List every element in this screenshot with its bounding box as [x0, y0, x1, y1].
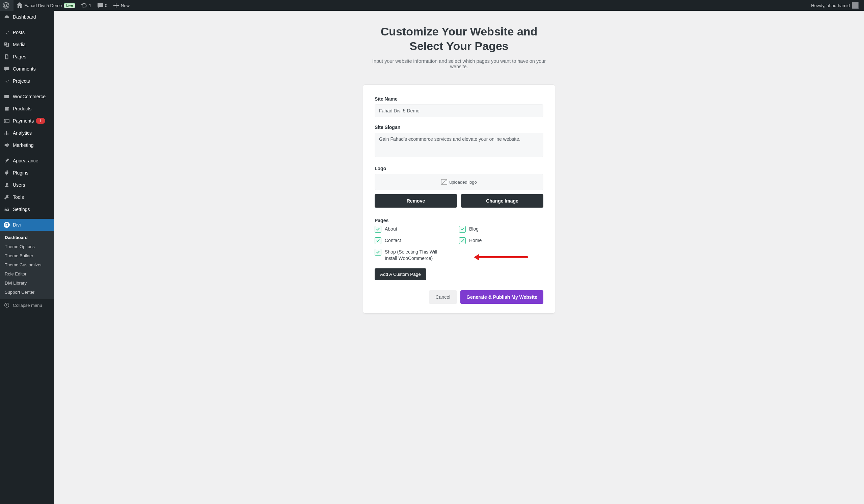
page-checkbox[interactable]: Shop (Selecting This Will Install WooCom… [375, 249, 459, 262]
sidebar-item-label: Settings [13, 207, 30, 212]
howdy-prefix: Howdy, [811, 3, 825, 8]
sidebar-item-label: Comments [13, 66, 36, 72]
card-icon [3, 118, 10, 124]
pin-icon [3, 77, 10, 84]
page-checkbox[interactable]: Contact [375, 237, 459, 244]
page-checkbox-label: Contact [385, 237, 401, 244]
sidebar-item-label: Divi [13, 222, 21, 228]
adminbar-new[interactable]: New [110, 0, 132, 11]
generate-publish-button[interactable]: Generate & Publish My Website [460, 290, 543, 304]
brush-icon [3, 157, 10, 164]
sliders-icon [3, 206, 10, 213]
sidebar-subitem[interactable]: Theme Options [0, 242, 54, 251]
sidebar-item-users[interactable]: Users [0, 179, 54, 191]
live-badge: Live [64, 3, 75, 8]
logo-alt-text: uploaded logo [449, 180, 477, 185]
box-icon [3, 105, 10, 112]
cancel-button[interactable]: Cancel [429, 290, 457, 304]
sidebar-item-label: Plugins [13, 170, 28, 176]
plug-icon [3, 169, 10, 176]
sidebar-item-comments[interactable]: Comments [0, 63, 54, 75]
broken-image-icon: uploaded logo [441, 179, 477, 185]
adminbar-updates[interactable]: 1 [78, 0, 94, 11]
sidebar-item-projects[interactable]: Projects [0, 75, 54, 87]
adminbar-wp-logo[interactable] [0, 0, 13, 11]
user-icon [3, 182, 10, 188]
add-custom-page-button[interactable]: Add A Custom Page [375, 268, 426, 280]
sidebar-item-label: Products [13, 106, 32, 111]
remove-logo-button[interactable]: Remove [375, 194, 457, 208]
refresh-icon [81, 2, 87, 9]
sidebar-item-label: Tools [13, 194, 24, 200]
sidebar-item-label: Media [13, 42, 26, 47]
sidebar-item-divi[interactable]: DDivi [0, 219, 54, 231]
adminbar-site-name-label: Fahad Divi 5 Demo [24, 3, 62, 8]
page-checkbox-label: About [385, 226, 397, 232]
page-checkbox-label: Home [469, 237, 482, 244]
sidebar-item-tools[interactable]: Tools [0, 191, 54, 203]
sidebar-subitem[interactable]: Theme Customizer [0, 260, 54, 269]
adminbar-updates-count: 1 [89, 3, 91, 8]
site-name-label: Site Name [375, 96, 543, 101]
sidebar-item-marketing[interactable]: Marketing [0, 139, 54, 151]
sidebar-item-label: Dashboard [13, 14, 36, 20]
site-slogan-input[interactable] [375, 133, 543, 157]
sidebar-item-appearance[interactable]: Appearance [0, 155, 54, 167]
sidebar-subitem[interactable]: Dashboard [0, 233, 54, 242]
svg-rect-1 [4, 120, 9, 123]
sidebar-item-settings[interactable]: Settings [0, 203, 54, 215]
sidebar-item-analytics[interactable]: Analytics [0, 127, 54, 139]
woo-icon [3, 93, 10, 100]
adminbar-comments[interactable]: 0 [94, 0, 110, 11]
plus-icon [113, 2, 119, 9]
dashboard-icon [3, 13, 10, 20]
content-area: Customize Your Website and Select Your P… [54, 11, 864, 504]
chart-icon [3, 130, 10, 136]
pin-icon [3, 29, 10, 36]
sidebar-item-media[interactable]: Media [0, 38, 54, 51]
pages-icon [3, 53, 10, 60]
sidebar-subitem[interactable]: Support Center [0, 288, 54, 297]
adminbar-user-name: fahad-hamid [826, 3, 850, 8]
sidebar-item-products[interactable]: Products [0, 103, 54, 115]
wizard-title-line1: Customize Your Website and [381, 25, 538, 38]
check-icon [459, 226, 466, 232]
sidebar-item-dashboard[interactable]: Dashboard [0, 11, 54, 23]
page-checkbox[interactable]: Blog [459, 226, 543, 232]
page-checkbox[interactable]: Home [459, 237, 543, 244]
sidebar-subitem[interactable]: Divi Library [0, 278, 54, 288]
sidebar-item-label: Users [13, 182, 25, 188]
check-icon [375, 249, 381, 255]
wizard-subtitle: Input your website information and selec… [371, 58, 547, 69]
adminbar-comments-count: 0 [105, 3, 107, 8]
sidebar-item-payments[interactable]: Payments1 [0, 115, 54, 127]
wizard-card: Site Name Site Slogan Logo uploaded logo… [363, 85, 555, 313]
adminbar-account[interactable]: Howdy, fahad-hamid [808, 0, 861, 11]
wrench-icon [3, 194, 10, 201]
adminbar-site-name[interactable]: Fahad Divi 5 Demo Live [13, 0, 78, 11]
collapse-menu[interactable]: Collapse menu [0, 299, 54, 311]
sidebar-badge: 1 [36, 118, 45, 124]
sidebar-subitem[interactable]: Role Editor [0, 269, 54, 278]
sidebar-item-pages[interactable]: Pages [0, 51, 54, 63]
sidebar-item-label: Appearance [13, 158, 38, 164]
page-checkbox[interactable]: About [375, 226, 459, 232]
sidebar-submenu-divi: DashboardTheme OptionsTheme BuilderTheme… [0, 231, 54, 299]
pages-label: Pages [375, 218, 543, 223]
logo-preview: uploaded logo [375, 174, 543, 190]
sidebar-item-label: Posts [13, 30, 25, 35]
comment-icon [97, 2, 104, 9]
sidebar-subitem[interactable]: Theme Builder [0, 251, 54, 260]
site-name-input[interactable] [375, 104, 543, 117]
wizard-title: Customize Your Website and Select Your P… [364, 24, 553, 53]
sidebar-item-plugins[interactable]: Plugins [0, 167, 54, 179]
sidebar-item-woocommerce[interactable]: WooCommerce [0, 91, 54, 103]
comment-icon [3, 65, 10, 72]
sidebar-item-posts[interactable]: Posts [0, 26, 54, 38]
sidebar-item-label: Analytics [13, 130, 32, 136]
svg-point-2 [5, 303, 9, 308]
sidebar-item-label: Payments [13, 118, 34, 123]
page-checkbox-label: Blog [469, 226, 479, 232]
page-checkbox-label: Shop (Selecting This Will Install WooCom… [385, 249, 442, 262]
change-image-button[interactable]: Change Image [461, 194, 543, 208]
